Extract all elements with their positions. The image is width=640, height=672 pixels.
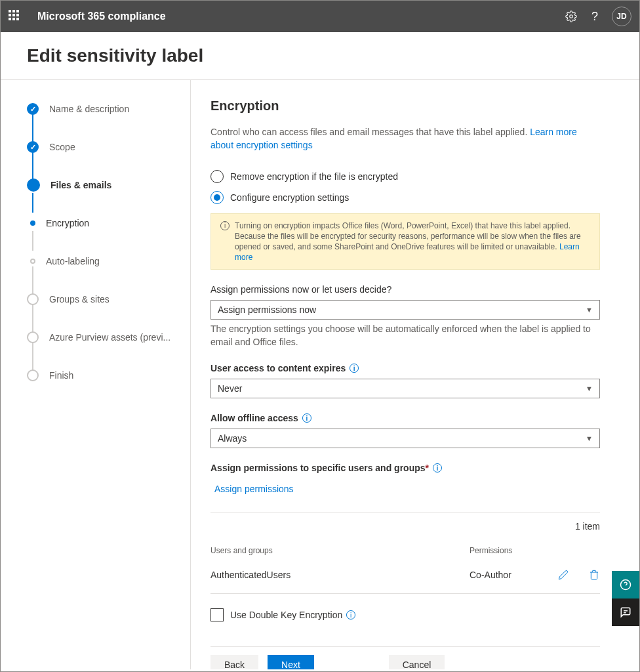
floating-help-buttons xyxy=(612,571,639,626)
app-launcher-icon[interactable] xyxy=(9,10,22,23)
help-icon[interactable]: ? xyxy=(584,6,605,27)
table-row: AuthenticatedUsers Co-Author xyxy=(210,562,600,588)
assign-permissions-link[interactable]: Assign permissions xyxy=(214,484,294,494)
info-icon: i xyxy=(220,221,230,230)
chevron-down-icon: ▼ xyxy=(586,434,593,442)
step-purview-assets[interactable]: Azure Purview assets (previ... xyxy=(27,327,190,348)
settings-icon[interactable] xyxy=(561,6,582,27)
help-widget-icon[interactable] xyxy=(612,571,639,598)
info-icon[interactable]: i xyxy=(302,413,311,423)
expires-select[interactable]: Never▼ xyxy=(210,379,600,398)
step-groups-sites[interactable]: Groups & sites xyxy=(27,289,190,310)
next-button[interactable]: Next xyxy=(268,655,314,669)
radio-remove-encryption[interactable]: Remove encryption if the file is encrypt… xyxy=(210,170,600,183)
assign-permissions-helper: The encryption settings you choose will … xyxy=(210,322,600,348)
chevron-down-icon: ▼ xyxy=(586,306,593,314)
step-auto-labeling[interactable]: Auto-labeling xyxy=(27,251,190,272)
step-finish[interactable]: Finish xyxy=(27,365,190,386)
double-key-encryption-checkbox[interactable]: Use Double Key Encryption i xyxy=(210,608,600,621)
offline-select[interactable]: Always▼ xyxy=(210,429,600,448)
offline-label: Allow offline accessi xyxy=(210,413,600,423)
delete-icon[interactable] xyxy=(588,568,600,581)
info-icon[interactable]: i xyxy=(433,463,442,472)
info-icon[interactable]: i xyxy=(346,610,355,620)
cell-users-groups: AuthenticatedUsers xyxy=(210,570,470,580)
col-users-groups: Users and groups xyxy=(210,546,470,555)
encryption-warning-banner: i Turning on encryption impacts Office f… xyxy=(210,213,600,270)
assign-permissions-label: Assign permissions now or let users deci… xyxy=(210,284,600,295)
assign-permissions-select[interactable]: Assign permissions now▼ xyxy=(210,300,600,320)
step-encryption[interactable]: Encryption xyxy=(27,213,190,234)
wizard-steps-sidebar: ✓Name & description ✓Scope Files & email… xyxy=(1,80,191,669)
cancel-button[interactable]: Cancel xyxy=(389,655,445,669)
section-heading: Encryption xyxy=(210,98,600,114)
main-content: Encryption Control who can access files … xyxy=(191,80,639,669)
top-bar: Microsoft 365 compliance ? JD xyxy=(1,1,639,32)
cell-permission: Co-Author xyxy=(470,570,538,580)
feedback-icon[interactable] xyxy=(612,598,639,626)
step-name-description[interactable]: ✓Name & description xyxy=(27,98,190,119)
info-icon[interactable]: i xyxy=(350,364,359,373)
radio-configure-encryption[interactable]: Configure encryption settings xyxy=(210,191,600,204)
wizard-footer: Back Next Cancel xyxy=(210,655,600,669)
page-header: Edit sensitivity label xyxy=(1,32,639,80)
chevron-down-icon: ▼ xyxy=(586,385,593,392)
item-count: 1 item xyxy=(210,521,600,532)
groups-label: Assign permissions to specific users and… xyxy=(210,463,600,473)
user-avatar[interactable]: JD xyxy=(612,7,631,26)
expires-label: User access to content expiresi xyxy=(210,363,600,373)
col-permissions: Permissions xyxy=(470,546,538,555)
edit-icon[interactable] xyxy=(557,568,569,581)
section-description: Control who can access files and email m… xyxy=(210,125,600,152)
step-files-emails[interactable]: Files & emails xyxy=(27,175,190,196)
page-title: Edit sensitivity label xyxy=(27,45,613,66)
step-scope[interactable]: ✓Scope xyxy=(27,136,190,158)
app-title: Microsoft 365 compliance xyxy=(37,10,166,22)
permissions-table-header: Users and groups Permissions xyxy=(210,546,600,562)
svg-point-0 xyxy=(570,15,573,18)
back-button[interactable]: Back xyxy=(210,655,258,669)
